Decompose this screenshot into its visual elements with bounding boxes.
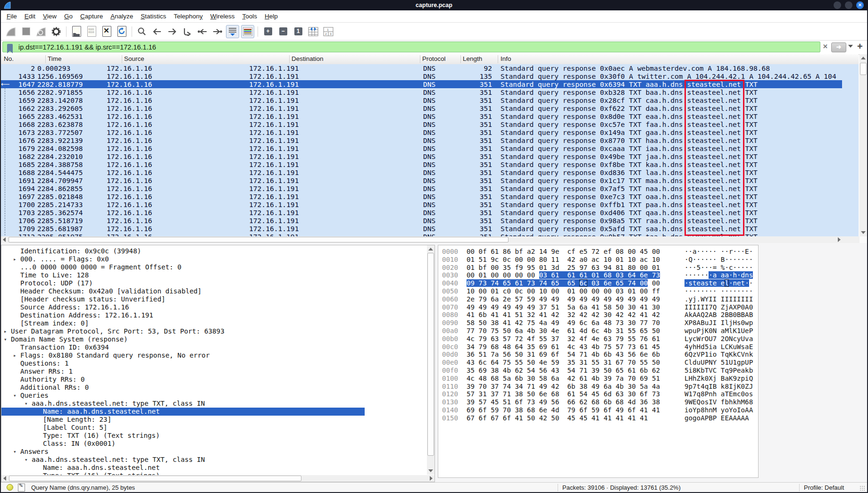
hex-bytes[interactable]: 09 73 74 65 61 73 74 65 65 6c 03 6e 65 7…	[467, 279, 660, 287]
packet-row[interactable]: 16682283.623878172.16.1.16172.16.1.191DN…	[1, 120, 859, 128]
detail-line[interactable]: [Stream index: 0]	[1, 319, 426, 327]
packet-row[interactable]: 16472282.818779172.16.1.16172.16.1.191DN…	[1, 80, 859, 88]
expert-info-icon[interactable]	[7, 484, 13, 491]
detail-line[interactable]: ▾aaa.h.dns.steasteel.net: type TXT, clas…	[1, 400, 426, 408]
expanded-arrow-icon[interactable]: ▾	[25, 400, 28, 408]
packet-list-hscrollbar[interactable]	[1, 236, 860, 243]
detail-line[interactable]: Type: TXT (16) (Text strings)	[1, 432, 426, 440]
packet-row[interactable]: 16822284.232010172.16.1.16172.16.1.191DN…	[1, 152, 859, 160]
detail-line[interactable]: ▾Queries	[1, 392, 426, 400]
menu-item-analyze[interactable]: Analyze	[107, 10, 137, 22]
display-filter-input[interactable]: ip.dst==172.16.1.191 && ip.src==172.16.1…	[2, 42, 820, 52]
zoom-100-button[interactable]: 1	[292, 25, 305, 38]
expanded-arrow-icon[interactable]: ▾	[13, 392, 17, 400]
hex-row[interactable]: 001001 51 9c 0c 00 00 80 11 42 a0 ac 10 …	[438, 256, 758, 264]
hex-ascii[interactable]: ···5···= %·c·····	[684, 264, 753, 272]
bookmark-icon[interactable]	[7, 44, 13, 51]
go-back-icon[interactable]	[150, 25, 164, 38]
hex-ascii[interactable]: ioYp8hnM yoYoIoAA	[684, 406, 753, 414]
hex-row[interactable]: 008041 6b 41 41 51 32 41 42 32 42 42 30 …	[438, 311, 758, 319]
menu-item-statistics[interactable]: Statistics	[137, 10, 170, 22]
detail-line[interactable]: ▾aaa.h.dns.steasteel.net: type TXT, clas…	[1, 456, 426, 464]
column-header-info[interactable]: Info	[501, 54, 511, 64]
hex-ascii[interactable]: LHhZk0Xj BaK9zpiQ	[684, 375, 753, 383]
hex-ascii[interactable]: 4yhHd5ia LCKuWsaE	[684, 343, 753, 351]
detail-line[interactable]: Source Address: 172.16.1.16	[1, 303, 426, 311]
minimize-button[interactable]	[834, 1, 841, 9]
menu-item-view[interactable]: View	[39, 10, 60, 22]
packet-bytes-pane[interactable]: 000000 0f 61 86 bf a2 14 9e cf e5 72 ef …	[438, 245, 759, 478]
detail-line[interactable]: ▾Domain Name System (response)	[1, 335, 426, 343]
detail-line[interactable]: [Name Length: 23]	[1, 416, 426, 424]
hex-bytes[interactable]: 39 70 37 74 34 71 49 42 6b 38 49 6a 4b 3…	[467, 383, 660, 391]
hex-bytes[interactable]: 39 57 45 51 6f 73 49 56 66 62 68 6b 68 4…	[467, 398, 660, 406]
hex-row[interactable]: 009058 50 38 41 42 75 4a 49 49 6c 6a 48 …	[438, 319, 758, 327]
restart-capture-button[interactable]	[34, 25, 48, 38]
menu-item-wireless[interactable]: Wireless	[207, 10, 239, 22]
start-capture-button[interactable]	[4, 25, 17, 38]
packet-row[interactable]: 16622283.292605172.16.1.16172.16.1.191DN…	[1, 104, 859, 112]
packet-list[interactable]: 20.000293172.16.1.16172.16.1.191DNS92Sta…	[1, 64, 859, 236]
hex-ascii[interactable]: 9p7t4qIB k8IjK0ZJ	[684, 383, 753, 391]
packet-row[interactable]: 16852284.388758172.16.1.16172.16.1.191DN…	[1, 160, 859, 168]
hex-ascii[interactable]: ClduUPNY 51U1gpUP	[684, 359, 753, 367]
stop-capture-button[interactable]	[19, 25, 33, 38]
detail-line[interactable]: Type: TXT (16) (Text strings)	[1, 472, 426, 475]
collapsed-arrow-icon[interactable]: ▸	[13, 351, 17, 359]
menu-item-edit[interactable]: Edit	[21, 10, 39, 22]
detail-line[interactable]: Destination Address: 172.16.1.191	[1, 311, 426, 319]
hex-row[interactable]: 00e043 6c 64 75 55 50 4e 59 35 31 55 31 …	[438, 359, 758, 367]
hex-row[interactable]: 014069 6f 59 70 38 68 6e 4d 79 6f 59 6f …	[438, 406, 758, 414]
packet-details-pane[interactable]: Identification: 0x9c0c (39948)▸000. ....…	[1, 245, 435, 482]
packet-row[interactable]: 16652283.462531172.16.1.16172.16.1.191DN…	[1, 112, 859, 120]
packet-row[interactable]: 20.000293172.16.1.16172.16.1.191DNS92Sta…	[1, 64, 859, 72]
column-separator[interactable]	[45, 55, 46, 63]
hex-row[interactable]: 012057 31 37 71 38 50 6e 68 61 54 45 6d …	[438, 390, 758, 398]
hex-row[interactable]: 00a077 70 75 50 6a 4b 30 4e 61 4d 6c 4b …	[438, 327, 758, 335]
hex-row[interactable]: 003000 01 00 00 00 00 03 61 61 61 01 68 …	[438, 271, 758, 279]
menu-item-telephony[interactable]: Telephony	[170, 10, 207, 22]
column-header-destination[interactable]: Destination	[292, 54, 324, 64]
packet-row[interactable]: 16912284.709947172.16.1.16172.16.1.191DN…	[1, 176, 859, 184]
detail-line[interactable]: Header Checksum: 0x42a0 [validation disa…	[1, 287, 426, 295]
column-separator[interactable]	[289, 55, 290, 63]
clear-filter-icon[interactable]: ✕	[823, 43, 828, 50]
hex-bytes[interactable]: 69 6f 59 70 38 68 6e 4d 79 6f 59 6f 49 6…	[467, 406, 660, 414]
layout-button[interactable]: 123	[322, 25, 335, 38]
expanded-arrow-icon[interactable]: ▾	[13, 448, 17, 456]
collapsed-arrow-icon[interactable]: ▸	[4, 327, 7, 335]
packet-row[interactable]: 17092285.681987172.16.1.16172.16.1.191DN…	[1, 225, 859, 233]
hex-bytes[interactable]: 00 01 00 00 00 00 03 61 61 61 01 68 03 6…	[467, 271, 660, 279]
hex-row[interactable]: 00c034 79 68 48 64 35 69 61 4c 43 4b 75 …	[438, 343, 758, 351]
find-packet-button[interactable]	[135, 25, 149, 38]
hex-bytes[interactable]: 36 51 7a 56 50 31 69 6f 54 71 4b 6b 43 5…	[467, 351, 660, 359]
hex-ascii[interactable]: ·Q······ B·······	[684, 256, 753, 264]
auto-scroll-toggle[interactable]	[226, 25, 239, 38]
packet-row[interactable]: 16762283.922139172.16.1.16172.16.1.191DN…	[1, 136, 859, 144]
hex-bytes[interactable]: 49 49 49 49 49 49 37 51 5a 6a 41 58 50 3…	[467, 303, 660, 311]
hex-row[interactable]: 013039 57 45 51 6f 73 49 56 66 62 68 6b …	[438, 398, 758, 406]
menu-item-file[interactable]: File	[3, 10, 21, 22]
hex-ascii[interactable]: ·steaste el·net··	[684, 279, 753, 287]
column-separator[interactable]	[460, 55, 461, 63]
packet-row[interactable]: 16882284.544475172.16.1.16172.16.1.191DN…	[1, 168, 859, 176]
column-header-source[interactable]: Source	[124, 54, 144, 64]
reload-file-button[interactable]	[115, 25, 128, 38]
add-filter-button[interactable]: +	[857, 41, 863, 52]
packet-row[interactable]: 16732283.772507172.16.1.16172.16.1.191DN…	[1, 128, 859, 136]
profile-text[interactable]: Profile: Default	[804, 484, 844, 491]
detail-line[interactable]: ...0 0000 0000 0000 = Fragment Offset: 0	[1, 263, 426, 271]
filter-dropdown-caret[interactable]	[848, 45, 853, 48]
packet-row[interactable]: 16592283.142078172.16.1.16172.16.1.191DN…	[1, 96, 859, 104]
column-separator[interactable]	[498, 55, 498, 63]
zoom-in-button[interactable]: +	[261, 25, 275, 38]
hex-row[interactable]: 007049 49 49 49 49 49 37 51 5a 6a 41 58 …	[438, 303, 758, 311]
hex-row[interactable]: 00b04c 79 63 57 72 4f 55 37 32 4f 4e 63 …	[438, 335, 758, 343]
hex-row[interactable]: 011039 70 37 74 34 71 49 42 6b 38 49 6a …	[438, 383, 758, 391]
hex-bytes[interactable]: 2e 79 6a 2e 57 59 49 49 49 49 49 49 49 4…	[467, 295, 660, 303]
hex-bytes[interactable]: 10 00 01 c0 0c 00 10 00 01 00 00 00 03 0…	[467, 287, 660, 295]
packet-row[interactable]: 17002285.214733172.16.1.16172.16.1.191DN…	[1, 201, 859, 209]
expanded-arrow-icon[interactable]: ▾	[25, 456, 28, 464]
detail-line[interactable]: Identification: 0x9c0c (39948)	[1, 247, 426, 255]
save-file-button[interactable]: 01010110	[85, 25, 98, 38]
